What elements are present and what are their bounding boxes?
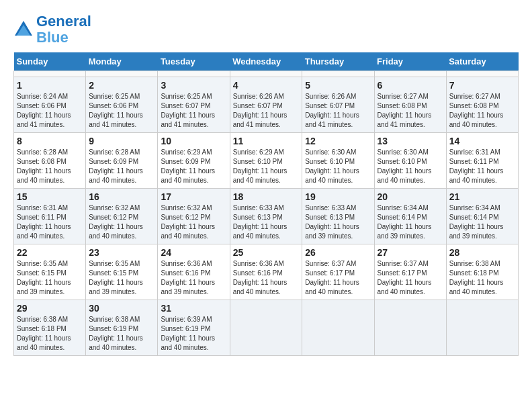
day-info: Sunrise: 6:39 AMSunset: 6:19 PMDaylight:… (161, 315, 226, 353)
day-number: 9 (89, 136, 154, 146)
calendar-day-cell: 1Sunrise: 6:24 AMSunset: 6:06 PMDaylight… (14, 77, 86, 133)
calendar-day-cell: 10Sunrise: 6:29 AMSunset: 6:09 PMDayligh… (158, 133, 230, 189)
calendar-week-row: 8Sunrise: 6:28 AMSunset: 6:08 PMDaylight… (14, 133, 519, 189)
calendar-week-row: 29Sunrise: 6:38 AMSunset: 6:18 PMDayligh… (14, 300, 519, 356)
day-info: Sunrise: 6:38 AMSunset: 6:18 PMDaylight:… (17, 315, 83, 353)
day-info: Sunrise: 6:25 AMSunset: 6:06 PMDaylight:… (89, 92, 154, 130)
calendar-day-cell: 17Sunrise: 6:32 AMSunset: 6:12 PMDayligh… (158, 189, 230, 244)
logo-icon (13, 19, 34, 40)
day-number: 4 (233, 80, 300, 91)
logo: GeneralBlue (13, 13, 91, 46)
calendar-week-row: 1Sunrise: 6:24 AMSunset: 6:06 PMDaylight… (14, 77, 519, 133)
day-info: Sunrise: 6:29 AMSunset: 6:09 PMDaylight:… (161, 148, 226, 185)
day-info: Sunrise: 6:28 AMSunset: 6:08 PMDaylight:… (17, 148, 83, 185)
day-number: 28 (449, 247, 515, 258)
day-number: 5 (305, 80, 371, 91)
day-number: 22 (17, 247, 83, 258)
calendar-day-cell: 19Sunrise: 6:33 AMSunset: 6:13 PMDayligh… (302, 189, 374, 244)
day-number: 20 (378, 191, 443, 202)
day-info: Sunrise: 6:30 AMSunset: 6:10 PMDaylight:… (305, 148, 371, 185)
day-of-week-header: Tuesday (158, 52, 230, 71)
day-number: 15 (17, 191, 83, 202)
day-number: 6 (378, 80, 443, 91)
day-number: 14 (449, 136, 515, 146)
day-info: Sunrise: 6:26 AMSunset: 6:07 PMDaylight:… (305, 92, 371, 130)
day-info: Sunrise: 6:34 AMSunset: 6:14 PMDaylight:… (449, 203, 515, 241)
day-info: Sunrise: 6:32 AMSunset: 6:12 PMDaylight:… (161, 203, 226, 241)
calendar-day-cell (302, 71, 374, 77)
calendar-day-cell: 7Sunrise: 6:27 AMSunset: 6:08 PMDaylight… (446, 77, 518, 133)
day-info: Sunrise: 6:29 AMSunset: 6:10 PMDaylight:… (233, 148, 300, 185)
calendar-day-cell: 21Sunrise: 6:34 AMSunset: 6:14 PMDayligh… (446, 189, 518, 244)
day-info: Sunrise: 6:35 AMSunset: 6:15 PMDaylight:… (89, 259, 154, 297)
day-number: 23 (89, 247, 154, 258)
day-info: Sunrise: 6:31 AMSunset: 6:11 PMDaylight:… (449, 148, 515, 185)
day-info: Sunrise: 6:37 AMSunset: 6:17 PMDaylight:… (378, 259, 443, 297)
calendar-week-row (14, 71, 519, 77)
day-number: 27 (378, 247, 443, 258)
day-number: 30 (89, 303, 154, 314)
calendar-day-cell (374, 71, 446, 77)
day-info: Sunrise: 6:36 AMSunset: 6:16 PMDaylight:… (233, 259, 300, 297)
day-info: Sunrise: 6:36 AMSunset: 6:16 PMDaylight:… (161, 259, 226, 297)
day-number: 12 (305, 136, 371, 146)
calendar-day-cell (230, 71, 302, 77)
calendar-day-cell: 28Sunrise: 6:38 AMSunset: 6:18 PMDayligh… (446, 244, 518, 300)
calendar-day-cell: 2Sunrise: 6:25 AMSunset: 6:06 PMDaylight… (86, 77, 158, 133)
day-number: 16 (89, 191, 154, 202)
calendar-day-cell: 12Sunrise: 6:30 AMSunset: 6:10 PMDayligh… (302, 133, 374, 189)
day-number: 2 (89, 80, 154, 91)
day-number: 24 (161, 247, 226, 258)
day-info: Sunrise: 6:26 AMSunset: 6:07 PMDaylight:… (233, 92, 300, 130)
calendar-day-cell (446, 300, 518, 356)
day-number: 17 (161, 191, 226, 202)
day-info: Sunrise: 6:30 AMSunset: 6:10 PMDaylight:… (378, 148, 443, 185)
day-info: Sunrise: 6:34 AMSunset: 6:14 PMDaylight:… (378, 203, 443, 241)
calendar-day-cell: 24Sunrise: 6:36 AMSunset: 6:16 PMDayligh… (158, 244, 230, 300)
day-number: 8 (17, 136, 83, 146)
day-info: Sunrise: 6:27 AMSunset: 6:08 PMDaylight:… (378, 92, 443, 130)
day-number: 19 (305, 191, 371, 202)
logo-text: GeneralBlue (36, 13, 91, 46)
calendar-day-cell (86, 71, 158, 77)
calendar-day-cell (230, 300, 302, 356)
day-of-week-header: Monday (86, 52, 158, 71)
day-number: 31 (161, 303, 226, 314)
calendar-day-cell: 9Sunrise: 6:28 AMSunset: 6:09 PMDaylight… (86, 133, 158, 189)
day-info: Sunrise: 6:32 AMSunset: 6:12 PMDaylight:… (89, 203, 154, 241)
day-number: 1 (17, 80, 83, 91)
day-info: Sunrise: 6:33 AMSunset: 6:13 PMDaylight:… (233, 203, 300, 241)
calendar-week-row: 15Sunrise: 6:31 AMSunset: 6:11 PMDayligh… (14, 189, 519, 244)
day-number: 13 (378, 136, 443, 146)
day-info: Sunrise: 6:25 AMSunset: 6:07 PMDaylight:… (161, 92, 226, 130)
day-number: 7 (449, 80, 515, 91)
calendar-day-cell: 25Sunrise: 6:36 AMSunset: 6:16 PMDayligh… (230, 244, 302, 300)
calendar-day-cell (446, 71, 518, 77)
day-info: Sunrise: 6:35 AMSunset: 6:15 PMDaylight:… (17, 259, 83, 297)
page-header: GeneralBlue (13, 13, 519, 46)
day-number: 3 (161, 80, 226, 91)
day-info: Sunrise: 6:33 AMSunset: 6:13 PMDaylight:… (305, 203, 371, 241)
calendar-table: SundayMondayTuesdayWednesdayThursdayFrid… (13, 52, 519, 356)
calendar-day-cell: 15Sunrise: 6:31 AMSunset: 6:11 PMDayligh… (14, 189, 86, 244)
calendar-day-cell (374, 300, 446, 356)
day-of-week-header: Sunday (14, 52, 86, 71)
calendar-day-cell (158, 71, 230, 77)
day-info: Sunrise: 6:24 AMSunset: 6:06 PMDaylight:… (17, 92, 83, 130)
day-info: Sunrise: 6:27 AMSunset: 6:08 PMDaylight:… (449, 92, 515, 130)
calendar-day-cell: 27Sunrise: 6:37 AMSunset: 6:17 PMDayligh… (374, 244, 446, 300)
day-info: Sunrise: 6:38 AMSunset: 6:18 PMDaylight:… (449, 259, 515, 297)
day-info: Sunrise: 6:38 AMSunset: 6:19 PMDaylight:… (89, 315, 154, 353)
calendar-day-cell: 23Sunrise: 6:35 AMSunset: 6:15 PMDayligh… (86, 244, 158, 300)
calendar-day-cell: 4Sunrise: 6:26 AMSunset: 6:07 PMDaylight… (230, 77, 302, 133)
calendar-week-row: 22Sunrise: 6:35 AMSunset: 6:15 PMDayligh… (14, 244, 519, 300)
day-of-week-header: Friday (374, 52, 446, 71)
day-info: Sunrise: 6:31 AMSunset: 6:11 PMDaylight:… (17, 203, 83, 241)
calendar-day-cell: 5Sunrise: 6:26 AMSunset: 6:07 PMDaylight… (302, 77, 374, 133)
day-of-week-header: Saturday (446, 52, 518, 71)
day-number: 18 (233, 191, 300, 202)
day-number: 29 (17, 303, 83, 314)
calendar-day-cell: 8Sunrise: 6:28 AMSunset: 6:08 PMDaylight… (14, 133, 86, 189)
day-number: 26 (305, 247, 371, 258)
calendar-day-cell: 31Sunrise: 6:39 AMSunset: 6:19 PMDayligh… (158, 300, 230, 356)
